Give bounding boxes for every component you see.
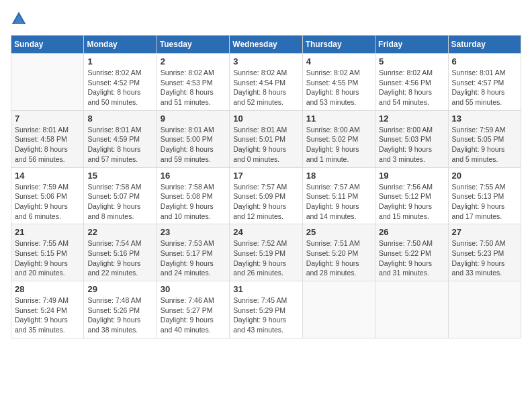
calendar-day-cell: 3Sunrise: 8:02 AMSunset: 4:54 PMDaylight… xyxy=(230,54,302,111)
day-number: 24 xyxy=(233,227,298,237)
day-info: Sunrise: 7:54 AMSunset: 5:16 PMDaylight:… xyxy=(87,238,152,278)
calendar-day-cell: 21Sunrise: 7:55 AMSunset: 5:15 PMDayligh… xyxy=(11,224,84,281)
calendar-week-row: 21Sunrise: 7:55 AMSunset: 5:15 PMDayligh… xyxy=(11,224,521,281)
day-number: 11 xyxy=(306,113,371,124)
calendar-day-cell: 18Sunrise: 7:57 AMSunset: 5:11 PMDayligh… xyxy=(302,167,375,224)
logo-icon xyxy=(11,11,27,27)
calendar-table: SundayMondayTuesdayWednesdayThursdayFrid… xyxy=(11,35,521,338)
day-number: 9 xyxy=(161,113,226,124)
day-number: 16 xyxy=(161,171,226,181)
calendar-day-cell xyxy=(448,281,521,338)
day-header-friday: Friday xyxy=(375,36,448,54)
day-number: 12 xyxy=(379,113,444,124)
day-number: 19 xyxy=(379,171,444,181)
day-info: Sunrise: 7:51 AMSunset: 5:20 PMDaylight:… xyxy=(306,238,371,278)
day-number: 25 xyxy=(306,227,371,237)
calendar-day-cell: 13Sunrise: 7:59 AMSunset: 5:05 PMDayligh… xyxy=(448,110,521,167)
calendar-day-cell: 15Sunrise: 7:58 AMSunset: 5:07 PMDayligh… xyxy=(84,167,157,224)
day-info: Sunrise: 7:57 AMSunset: 5:09 PMDaylight:… xyxy=(233,182,298,222)
day-number: 17 xyxy=(233,171,298,181)
day-info: Sunrise: 8:01 AMSunset: 4:59 PMDaylight:… xyxy=(87,125,152,165)
calendar-day-cell: 31Sunrise: 7:45 AMSunset: 5:29 PMDayligh… xyxy=(230,281,302,338)
day-number: 27 xyxy=(452,227,517,237)
calendar-day-cell: 11Sunrise: 8:00 AMSunset: 5:02 PMDayligh… xyxy=(302,110,375,167)
day-number: 3 xyxy=(233,56,298,66)
calendar-day-cell xyxy=(11,54,84,111)
day-number: 31 xyxy=(233,284,298,294)
calendar-day-cell: 20Sunrise: 7:55 AMSunset: 5:13 PMDayligh… xyxy=(448,167,521,224)
day-info: Sunrise: 8:01 AMSunset: 5:00 PMDaylight:… xyxy=(161,125,226,165)
day-number: 1 xyxy=(87,56,152,66)
day-info: Sunrise: 7:46 AMSunset: 5:27 PMDaylight:… xyxy=(161,295,226,335)
day-info: Sunrise: 8:02 AMSunset: 4:55 PMDaylight:… xyxy=(306,68,371,107)
day-info: Sunrise: 7:49 AMSunset: 5:24 PMDaylight:… xyxy=(15,295,80,335)
calendar-day-cell: 17Sunrise: 7:57 AMSunset: 5:09 PMDayligh… xyxy=(230,167,302,224)
calendar-day-cell xyxy=(302,281,375,338)
calendar-day-cell: 12Sunrise: 8:00 AMSunset: 5:03 PMDayligh… xyxy=(375,110,448,167)
day-info: Sunrise: 8:00 AMSunset: 5:03 PMDaylight:… xyxy=(379,125,444,165)
day-info: Sunrise: 8:02 AMSunset: 4:54 PMDaylight:… xyxy=(233,68,298,107)
day-number: 22 xyxy=(87,227,152,237)
day-number: 14 xyxy=(15,171,80,181)
calendar-day-cell: 5Sunrise: 8:02 AMSunset: 4:56 PMDaylight… xyxy=(375,54,448,111)
day-number: 7 xyxy=(15,113,80,124)
calendar-day-cell: 19Sunrise: 7:56 AMSunset: 5:12 PMDayligh… xyxy=(375,167,448,224)
calendar-week-row: 14Sunrise: 7:59 AMSunset: 5:06 PMDayligh… xyxy=(11,167,521,224)
day-number: 23 xyxy=(161,227,226,237)
day-info: Sunrise: 7:59 AMSunset: 5:06 PMDaylight:… xyxy=(15,182,80,222)
day-info: Sunrise: 8:02 AMSunset: 4:52 PMDaylight:… xyxy=(87,68,152,107)
day-info: Sunrise: 7:45 AMSunset: 5:29 PMDaylight:… xyxy=(233,295,298,335)
calendar-week-row: 1Sunrise: 8:02 AMSunset: 4:52 PMDaylight… xyxy=(11,54,521,111)
day-info: Sunrise: 8:02 AMSunset: 4:56 PMDaylight:… xyxy=(379,68,444,107)
day-number: 15 xyxy=(87,171,152,181)
calendar-day-cell: 22Sunrise: 7:54 AMSunset: 5:16 PMDayligh… xyxy=(84,224,157,281)
calendar-day-cell: 4Sunrise: 8:02 AMSunset: 4:55 PMDaylight… xyxy=(302,54,375,111)
logo xyxy=(11,11,30,27)
day-info: Sunrise: 7:53 AMSunset: 5:17 PMDaylight:… xyxy=(161,238,226,278)
day-number: 30 xyxy=(161,284,226,294)
calendar-day-cell: 16Sunrise: 7:58 AMSunset: 5:08 PMDayligh… xyxy=(157,167,229,224)
calendar-day-cell: 30Sunrise: 7:46 AMSunset: 5:27 PMDayligh… xyxy=(157,281,229,338)
day-info: Sunrise: 7:56 AMSunset: 5:12 PMDaylight:… xyxy=(379,182,444,222)
day-info: Sunrise: 8:00 AMSunset: 5:02 PMDaylight:… xyxy=(306,125,371,165)
day-info: Sunrise: 7:55 AMSunset: 5:15 PMDaylight:… xyxy=(15,238,80,278)
calendar-day-cell: 23Sunrise: 7:53 AMSunset: 5:17 PMDayligh… xyxy=(157,224,229,281)
calendar-day-cell: 28Sunrise: 7:49 AMSunset: 5:24 PMDayligh… xyxy=(11,281,84,338)
calendar-day-cell: 27Sunrise: 7:50 AMSunset: 5:23 PMDayligh… xyxy=(448,224,521,281)
calendar-day-cell: 6Sunrise: 8:01 AMSunset: 4:57 PMDaylight… xyxy=(448,54,521,111)
day-info: Sunrise: 8:01 AMSunset: 4:57 PMDaylight:… xyxy=(452,68,517,107)
calendar-day-cell: 24Sunrise: 7:52 AMSunset: 5:19 PMDayligh… xyxy=(230,224,302,281)
calendar-week-row: 7Sunrise: 8:01 AMSunset: 4:58 PMDaylight… xyxy=(11,110,521,167)
calendar-day-cell xyxy=(375,281,448,338)
calendar-day-cell: 10Sunrise: 8:01 AMSunset: 5:01 PMDayligh… xyxy=(230,110,302,167)
day-number: 18 xyxy=(306,171,371,181)
calendar-header-row: SundayMondayTuesdayWednesdayThursdayFrid… xyxy=(11,36,521,54)
day-number: 13 xyxy=(452,113,517,124)
day-header-monday: Monday xyxy=(84,36,157,54)
calendar-day-cell: 29Sunrise: 7:48 AMSunset: 5:26 PMDayligh… xyxy=(84,281,157,338)
calendar-day-cell: 26Sunrise: 7:50 AMSunset: 5:22 PMDayligh… xyxy=(375,224,448,281)
calendar-day-cell: 25Sunrise: 7:51 AMSunset: 5:20 PMDayligh… xyxy=(302,224,375,281)
day-info: Sunrise: 7:58 AMSunset: 5:07 PMDaylight:… xyxy=(87,182,152,222)
day-header-wednesday: Wednesday xyxy=(230,36,302,54)
day-header-saturday: Saturday xyxy=(448,36,521,54)
day-number: 20 xyxy=(452,171,517,181)
day-info: Sunrise: 7:48 AMSunset: 5:26 PMDaylight:… xyxy=(87,295,152,335)
calendar-day-cell: 1Sunrise: 8:02 AMSunset: 4:52 PMDaylight… xyxy=(84,54,157,111)
day-number: 28 xyxy=(15,284,80,294)
day-info: Sunrise: 7:57 AMSunset: 5:11 PMDaylight:… xyxy=(306,182,371,222)
day-number: 10 xyxy=(233,113,298,124)
day-number: 29 xyxy=(87,284,152,294)
day-number: 21 xyxy=(15,227,80,237)
day-info: Sunrise: 7:59 AMSunset: 5:05 PMDaylight:… xyxy=(452,125,517,165)
day-info: Sunrise: 7:58 AMSunset: 5:08 PMDaylight:… xyxy=(161,182,226,222)
day-number: 8 xyxy=(87,113,152,124)
day-number: 6 xyxy=(452,56,517,66)
day-number: 4 xyxy=(306,56,371,66)
day-info: Sunrise: 8:01 AMSunset: 4:58 PMDaylight:… xyxy=(15,125,80,165)
day-info: Sunrise: 8:02 AMSunset: 4:53 PMDaylight:… xyxy=(161,68,226,107)
day-number: 5 xyxy=(379,56,444,66)
day-info: Sunrise: 8:01 AMSunset: 5:01 PMDaylight:… xyxy=(233,125,298,165)
page-header xyxy=(11,11,521,27)
day-header-tuesday: Tuesday xyxy=(157,36,229,54)
